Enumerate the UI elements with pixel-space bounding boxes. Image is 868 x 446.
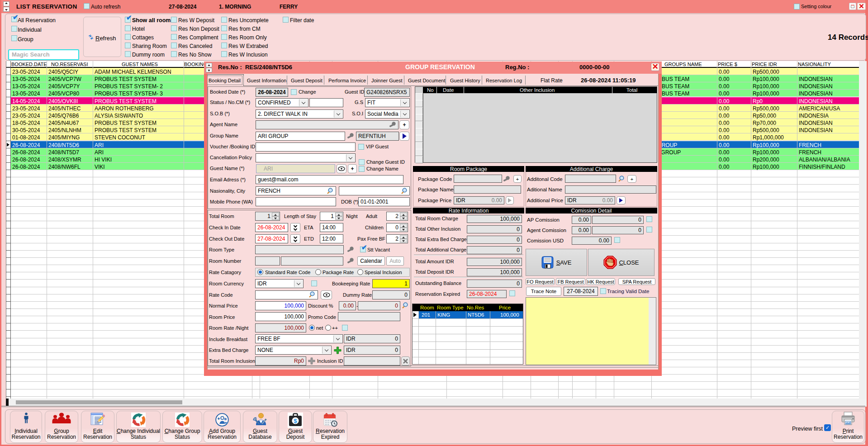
svg-text:$: $: [294, 418, 297, 424]
